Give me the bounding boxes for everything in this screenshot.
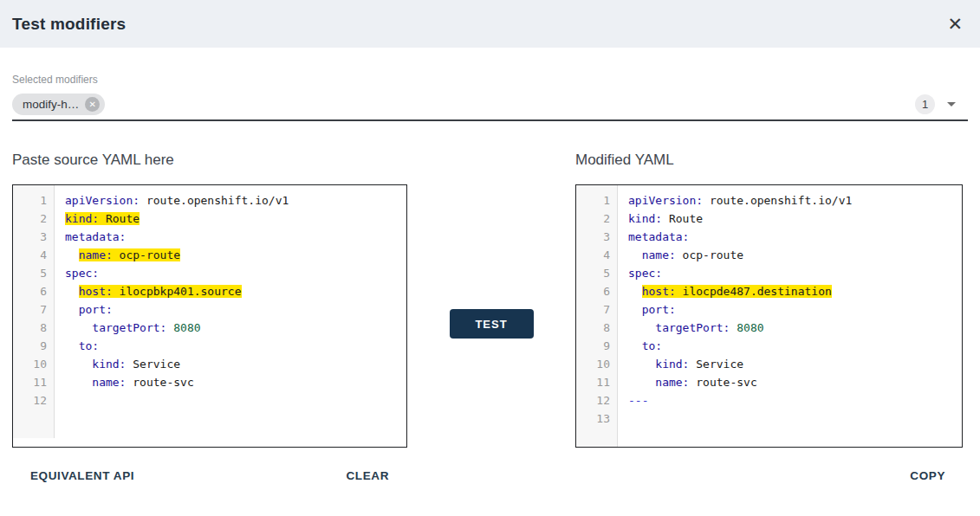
modifier-chip-row: modify-h… ✕ 1 — [12, 93, 968, 115]
modified-actions: COPY — [575, 469, 963, 482]
copy-button[interactable]: COPY — [910, 469, 945, 482]
code-line — [628, 410, 962, 428]
code-line: to: — [628, 337, 962, 355]
code-line: host: ilocpde487.destination — [628, 282, 962, 300]
code-line: spec: — [628, 264, 962, 282]
selected-modifiers-select: Selected modifiers modify-h… ✕ 1 — [0, 48, 980, 121]
modified-panel-heading: Modified YAML — [575, 152, 963, 169]
code-line: name: ocp-route — [65, 246, 406, 264]
modified-yaml-panel: Modified YAML 12345678910111213 apiVersi… — [575, 152, 963, 482]
code-line: spec: — [65, 264, 406, 282]
line-number-gutter: 123456789101112 — [13, 185, 55, 438]
code-line: name: route-svc — [65, 373, 406, 391]
source-yaml-editor: 123456789101112 apiVersion: route.opensh… — [12, 184, 407, 448]
code-line: port: — [65, 300, 406, 319]
code-line: name: ocp-route — [628, 246, 962, 264]
equivalent-api-button[interactable]: EQUIVALENT API — [30, 469, 134, 482]
code-line: name: route-svc — [628, 373, 962, 391]
code-line: port: — [628, 300, 962, 319]
code-line: apiVersion: route.openshift.io/v1 — [628, 191, 962, 210]
code-line: metadata: — [65, 228, 406, 246]
modifier-chip: modify-h… ✕ — [12, 94, 105, 115]
test-button[interactable]: TEST — [450, 309, 534, 339]
yaml-panels: Paste source YAML here 123456789101112 a… — [0, 152, 980, 482]
code-line — [65, 391, 406, 410]
chevron-down-icon[interactable] — [947, 102, 956, 106]
modifier-chip-label: modify-h… — [23, 98, 79, 111]
select-underline — [12, 119, 968, 121]
source-yaml-code[interactable]: apiVersion: route.openshift.io/v1kind: R… — [55, 185, 406, 447]
dialog-header: Test modifiers ✕ — [0, 0, 980, 48]
code-line: metadata: — [628, 228, 962, 246]
modified-yaml-code: apiVersion: route.openshift.io/v1kind: R… — [618, 185, 962, 447]
code-line: --- — [628, 391, 962, 410]
code-line: targetPort: 8080 — [65, 319, 406, 337]
clear-button[interactable]: CLEAR — [347, 469, 390, 482]
chip-remove-icon[interactable]: ✕ — [85, 97, 100, 112]
code-line: to: — [65, 337, 406, 355]
code-line: kind: Route — [65, 210, 406, 228]
close-icon[interactable]: ✕ — [944, 11, 966, 36]
source-actions: EQUIVALENT API CLEAR — [12, 469, 407, 482]
code-line: kind: Route — [628, 210, 962, 228]
code-line: kind: Service — [65, 355, 406, 373]
source-panel-heading: Paste source YAML here — [12, 152, 407, 169]
line-number-gutter: 12345678910111213 — [576, 185, 618, 447]
code-line: apiVersion: route.openshift.io/v1 — [65, 191, 406, 210]
dialog-title: Test modifiers — [12, 15, 126, 34]
test-modifiers-dialog: Test modifiers ✕ Selected modifiers modi… — [0, 0, 980, 482]
source-yaml-panel: Paste source YAML here 123456789101112 a… — [12, 152, 407, 482]
selected-modifiers-label: Selected modifiers — [12, 74, 968, 86]
modified-yaml-editor: 12345678910111213 apiVersion: route.open… — [575, 184, 963, 448]
center-column: TEST — [407, 152, 575, 482]
code-line: host: ilocpbkp401.source — [65, 282, 406, 300]
code-line: kind: Service — [628, 355, 962, 373]
selected-count-badge: 1 — [915, 94, 935, 114]
code-line: targetPort: 8080 — [628, 319, 962, 337]
